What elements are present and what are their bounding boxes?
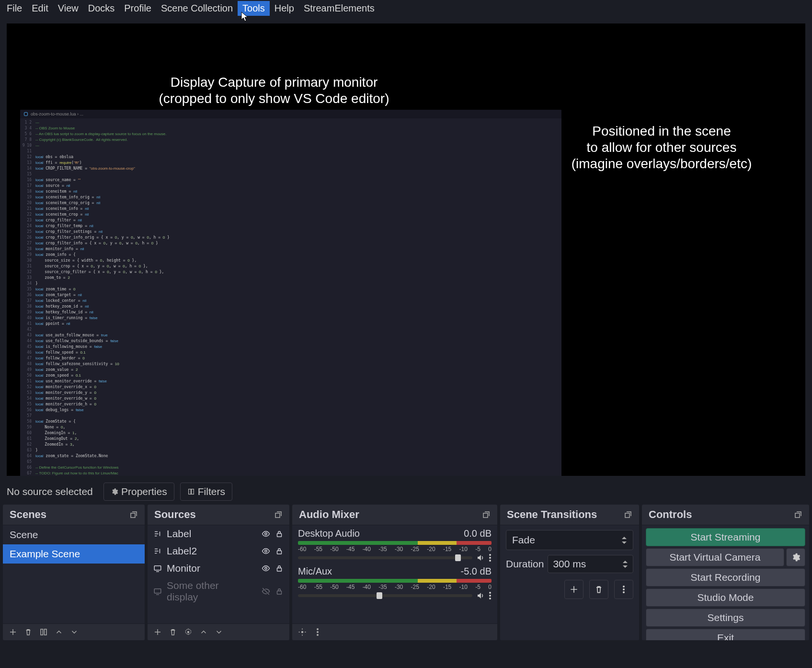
scene-item[interactable]: Example Scene bbox=[3, 544, 145, 564]
properties-button[interactable]: Properties bbox=[103, 483, 174, 501]
move-scene-up-button[interactable] bbox=[54, 627, 64, 637]
exit-button[interactable]: Exit bbox=[646, 629, 805, 640]
vscode-line-gutter: 1 2 3 4 5 6 7 8 9 10 11 12 13 14 15 16 1… bbox=[20, 118, 34, 476]
gear-icon bbox=[111, 488, 118, 495]
visibility-toggle[interactable] bbox=[262, 547, 270, 555]
menu-scene-collection[interactable]: Scene Collection bbox=[156, 1, 238, 16]
settings-button[interactable]: Settings bbox=[646, 609, 805, 627]
duration-label: Duration bbox=[506, 558, 544, 570]
volume-meter bbox=[298, 579, 492, 583]
transition-buttons bbox=[500, 573, 639, 606]
meter-ticks: -60-55-50-45-40-35-30-25-20-15-10-50 bbox=[298, 584, 492, 590]
scenes-list[interactable]: SceneExample Scene bbox=[3, 525, 145, 623]
menu-edit[interactable]: Edit bbox=[27, 1, 53, 16]
visibility-toggle[interactable] bbox=[262, 564, 270, 573]
channel-menu-button[interactable] bbox=[489, 591, 492, 600]
controls-header: Controls bbox=[642, 505, 809, 525]
scene-filter-button[interactable] bbox=[38, 627, 49, 637]
advanced-audio-button[interactable] bbox=[297, 627, 308, 637]
mixer-footer bbox=[292, 623, 497, 640]
svg-point-24 bbox=[317, 628, 319, 630]
svg-point-8 bbox=[265, 550, 267, 553]
move-source-down-button[interactable] bbox=[214, 627, 224, 637]
svg-rect-3 bbox=[41, 629, 43, 635]
move-source-up-button[interactable] bbox=[198, 627, 209, 637]
preview-canvas[interactable]: Display Capture of primary monitor (crop… bbox=[7, 23, 805, 476]
visibility-toggle[interactable] bbox=[262, 530, 270, 538]
svg-point-29 bbox=[623, 588, 625, 590]
channel-menu-button[interactable] bbox=[489, 553, 492, 562]
remove-transition-button[interactable] bbox=[589, 580, 608, 599]
menu-view[interactable]: View bbox=[53, 1, 83, 16]
duration-input[interactable]: 300 ms bbox=[548, 555, 633, 573]
menu-docks[interactable]: Docks bbox=[83, 1, 120, 16]
svg-point-25 bbox=[317, 631, 319, 633]
add-source-button[interactable] bbox=[152, 627, 163, 637]
start-recording-button[interactable]: Start Recording bbox=[646, 568, 805, 587]
transitions-panel: Scene Transitions Fade Duration 300 ms bbox=[500, 505, 639, 640]
source-toolbar: No source selected Properties Filters bbox=[0, 479, 812, 505]
popout-icon[interactable] bbox=[129, 510, 138, 519]
filters-label: Filters bbox=[198, 486, 225, 497]
lock-toggle[interactable] bbox=[275, 564, 284, 573]
virtual-camera-settings-button[interactable] bbox=[786, 548, 805, 566]
svg-point-15 bbox=[187, 631, 190, 633]
vscode-title-bar: obs-zoom-to-mouse.lua › ... bbox=[20, 110, 561, 118]
scene-item[interactable]: Scene bbox=[3, 525, 145, 544]
popout-icon[interactable] bbox=[274, 510, 283, 519]
speaker-icon[interactable] bbox=[476, 553, 485, 562]
svg-point-26 bbox=[317, 634, 319, 636]
speaker-icon[interactable] bbox=[476, 591, 485, 600]
transition-select[interactable]: Fade bbox=[506, 530, 633, 550]
lock-toggle[interactable] bbox=[275, 530, 284, 538]
menu-tools[interactable]: Tools bbox=[238, 1, 270, 16]
svg-rect-13 bbox=[154, 589, 161, 593]
source-item[interactable]: Label bbox=[148, 525, 289, 542]
sources-list[interactable]: LabelLabel2MonitorSome other display bbox=[148, 525, 289, 623]
mixer-menu-button[interactable] bbox=[312, 627, 323, 637]
filters-icon bbox=[187, 488, 195, 495]
remove-scene-button[interactable] bbox=[23, 627, 34, 637]
filters-button[interactable]: Filters bbox=[180, 483, 232, 501]
menu-streamelements[interactable]: StreamElements bbox=[299, 1, 379, 16]
popout-icon[interactable] bbox=[794, 510, 802, 519]
popout-icon[interactable] bbox=[482, 510, 491, 519]
remove-source-button[interactable] bbox=[168, 627, 178, 637]
sources-header: Sources bbox=[148, 505, 289, 525]
source-item[interactable]: Label2 bbox=[148, 542, 289, 560]
source-item[interactable]: Some other display bbox=[148, 577, 289, 606]
overlay1-line1: Display Capture of primary monitor bbox=[135, 74, 413, 91]
add-scene-button[interactable] bbox=[8, 627, 18, 637]
source-settings-button[interactable] bbox=[183, 627, 194, 637]
menu-file[interactable]: File bbox=[2, 1, 27, 16]
mixer-channels: Desktop Audio0.0 dB-60-55-50-45-40-35-30… bbox=[292, 525, 497, 623]
start-virtual-camera-button[interactable]: Start Virtual Camera bbox=[646, 548, 784, 566]
start-streaming-button[interactable]: Start Streaming bbox=[646, 528, 805, 546]
popout-icon[interactable] bbox=[624, 510, 632, 519]
visibility-toggle[interactable] bbox=[262, 587, 270, 596]
svg-rect-9 bbox=[277, 551, 282, 554]
meter-ticks: -60-55-50-45-40-35-30-25-20-15-10-50 bbox=[298, 546, 492, 553]
source-type-icon bbox=[153, 530, 162, 538]
svg-point-11 bbox=[265, 567, 267, 570]
source-item[interactable]: Monitor bbox=[148, 560, 289, 577]
lock-toggle[interactable] bbox=[275, 547, 284, 555]
svg-rect-7 bbox=[277, 533, 282, 537]
transition-menu-button[interactable] bbox=[614, 580, 633, 599]
lock-toggle[interactable] bbox=[275, 587, 284, 596]
move-scene-down-button[interactable] bbox=[69, 627, 80, 637]
menu-help[interactable]: Help bbox=[270, 1, 299, 16]
source-type-icon bbox=[153, 587, 162, 596]
add-transition-button[interactable] bbox=[564, 580, 583, 599]
volume-slider[interactable] bbox=[298, 556, 472, 559]
svg-rect-4 bbox=[45, 629, 47, 635]
transitions-title: Scene Transitions bbox=[507, 508, 597, 521]
menu-profile[interactable]: Profile bbox=[119, 1, 156, 16]
studio-mode-button[interactable]: Studio Mode bbox=[646, 588, 805, 607]
volume-slider[interactable] bbox=[298, 594, 472, 597]
svg-rect-0 bbox=[188, 489, 191, 495]
duration-value: 300 ms bbox=[553, 558, 586, 570]
overlay2-line1: Positioned in the scene bbox=[561, 123, 762, 139]
source-status-text: No source selected bbox=[7, 486, 98, 497]
audio-mixer-panel: Audio Mixer Desktop Audio0.0 dB-60-55-50… bbox=[292, 505, 497, 640]
